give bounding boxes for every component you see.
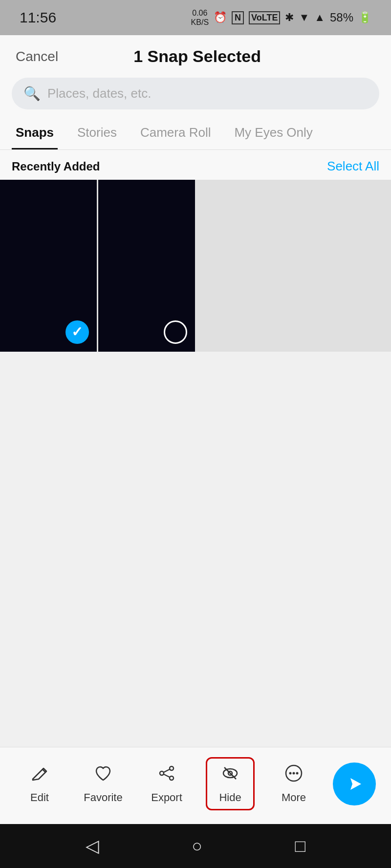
tab-snaps[interactable]: Snaps xyxy=(12,117,58,149)
more-button[interactable]: More xyxy=(269,763,318,804)
snap-item-1[interactable]: ✓ xyxy=(0,180,97,352)
svg-line-3 xyxy=(164,769,170,772)
tabs-bar: Snaps Stories Camera Roll My Eyes Only xyxy=(0,117,391,150)
snaps-grid: ✓ xyxy=(0,180,391,352)
tab-camera-roll[interactable]: Camera Roll xyxy=(136,117,215,149)
bottom-toolbar: Edit Favorite Export xyxy=(0,747,391,824)
battery-icon: 🔋 xyxy=(358,11,371,24)
search-container: 🔍 Places, dates, etc. xyxy=(0,74,391,117)
page-title: 1 Snap Selected xyxy=(58,47,336,66)
back-button[interactable]: ◁ xyxy=(86,836,99,856)
back-icon: ◁ xyxy=(86,836,99,856)
svg-point-10 xyxy=(293,772,295,775)
snap-checkbox-1[interactable]: ✓ xyxy=(65,320,89,344)
edit-label: Edit xyxy=(30,791,49,804)
edit-button[interactable]: Edit xyxy=(15,763,64,804)
favorite-label: Favorite xyxy=(84,791,122,804)
signal-icon: ▲ xyxy=(314,11,325,24)
cancel-button[interactable]: Cancel xyxy=(16,49,58,64)
svg-marker-12 xyxy=(350,778,361,790)
snap-item-2[interactable] xyxy=(98,180,195,352)
bluetooth-icon: ✱ xyxy=(285,11,294,24)
alarm-icon: ⏰ xyxy=(214,11,227,24)
nav-bar: ◁ ○ □ xyxy=(0,824,391,868)
search-input[interactable]: Places, dates, etc. xyxy=(47,86,151,101)
checkmark-icon: ✓ xyxy=(71,324,83,340)
battery-level: 58% xyxy=(330,11,353,24)
recents-button[interactable]: □ xyxy=(295,836,306,856)
data-speed: 0.06KB/S xyxy=(191,8,209,27)
nfc-icon: N xyxy=(232,11,244,24)
select-all-button[interactable]: Select All xyxy=(327,159,379,174)
hide-label: Hide xyxy=(219,791,241,804)
status-time: 11:56 xyxy=(20,9,56,26)
edit-icon xyxy=(30,763,49,787)
more-icon xyxy=(284,763,304,787)
snap-checkbox-2[interactable] xyxy=(164,320,187,344)
heart-icon xyxy=(93,763,113,787)
svg-point-9 xyxy=(289,772,292,775)
status-bar: 11:56 0.06KB/S ⏰ N VoLTE ✱ ▼ ▲ 58% 🔋 xyxy=(0,0,391,35)
svg-line-4 xyxy=(164,774,170,777)
tab-my-eyes-only[interactable]: My Eyes Only xyxy=(230,117,316,149)
header: Cancel 1 Snap Selected xyxy=(0,35,391,74)
search-bar[interactable]: 🔍 Places, dates, etc. xyxy=(12,78,379,109)
home-button[interactable]: ○ xyxy=(192,836,202,856)
recents-icon: □ xyxy=(295,836,306,856)
svg-point-1 xyxy=(170,766,174,770)
tab-stories[interactable]: Stories xyxy=(73,117,121,149)
favorite-button[interactable]: Favorite xyxy=(79,763,128,804)
svg-point-0 xyxy=(160,771,164,775)
export-icon xyxy=(157,763,176,787)
recently-added-label: Recently Added xyxy=(12,160,100,173)
hide-icon xyxy=(220,763,240,787)
svg-point-2 xyxy=(170,776,174,780)
hide-button[interactable]: Hide xyxy=(206,757,255,810)
export-label: Export xyxy=(151,791,182,804)
search-icon: 🔍 xyxy=(23,85,41,102)
export-button[interactable]: Export xyxy=(142,763,191,804)
svg-point-11 xyxy=(296,772,299,775)
send-button[interactable] xyxy=(333,762,376,805)
wifi-icon: ▼ xyxy=(299,11,309,24)
section-header: Recently Added Select All xyxy=(0,150,391,180)
home-icon: ○ xyxy=(192,836,202,856)
content-area xyxy=(0,352,391,747)
data-icon: VoLTE xyxy=(249,11,280,24)
more-label: More xyxy=(282,791,306,804)
status-icons: 0.06KB/S ⏰ N VoLTE ✱ ▼ ▲ 58% 🔋 xyxy=(191,8,371,27)
